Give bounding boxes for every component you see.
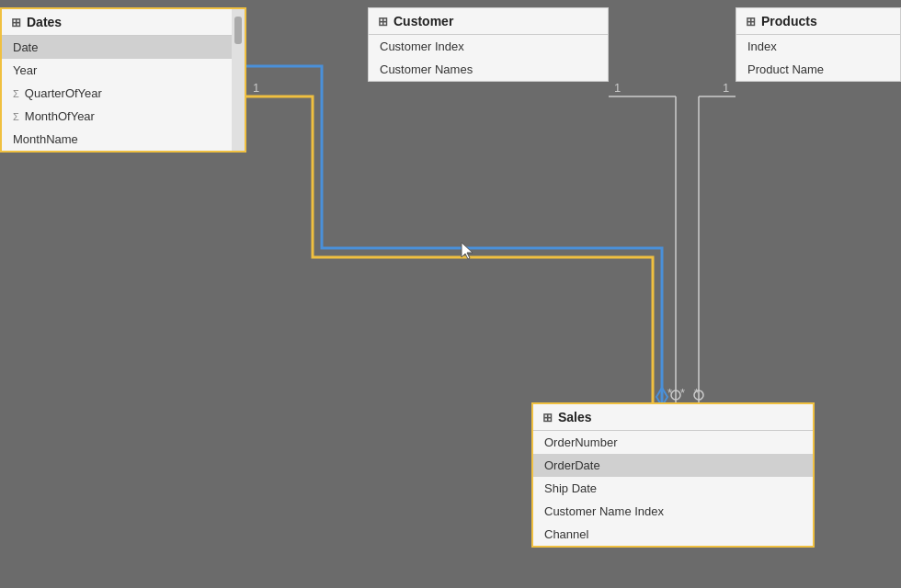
svg-point-6 xyxy=(694,390,703,400)
svg-text:*: * xyxy=(667,386,672,400)
dates-scrollbar[interactable] xyxy=(232,9,245,151)
dates-year-label: Year xyxy=(13,63,37,77)
sales-table-card: ⊞ Sales OrderNumber OrderDate Ship Date … xyxy=(531,402,815,548)
sales-table-title: Sales xyxy=(558,410,592,424)
products-table-icon: ⊞ xyxy=(746,15,756,28)
dates-row-year[interactable]: Year xyxy=(2,59,245,82)
cursor xyxy=(460,241,476,265)
dates-monthofyear-label: MonthOfYear xyxy=(25,109,95,123)
sigma-icon-1: Σ xyxy=(13,88,19,99)
products-row-name[interactable]: Product Name xyxy=(736,58,900,81)
dates-row-date[interactable]: Date xyxy=(2,36,245,59)
dates-date-label: Date xyxy=(13,40,38,54)
sales-table-body: OrderNumber OrderDate Ship Date Customer… xyxy=(533,431,813,546)
customer-row-index[interactable]: Customer Index xyxy=(369,35,608,58)
customer-index-label: Customer Index xyxy=(380,40,464,53)
sales-row-shipdate[interactable]: Ship Date xyxy=(533,477,813,500)
sales-table-icon: ⊞ xyxy=(542,411,553,424)
sigma-icon-2: Σ xyxy=(13,111,19,122)
sales-row-customernameindex[interactable]: Customer Name Index xyxy=(533,500,813,523)
customer-table-body: Customer Index Customer Names xyxy=(369,35,608,81)
dates-row-quarterofyear[interactable]: Σ QuarterOfYear xyxy=(2,82,245,105)
customer-table-title: Customer xyxy=(393,14,453,28)
sales-customernameindex-label: Customer Name Index xyxy=(544,504,664,518)
svg-text:*: * xyxy=(680,386,685,400)
products-table-header: ⊞ Products xyxy=(736,8,900,35)
sales-table-header: ⊞ Sales xyxy=(533,404,813,431)
sales-row-ordernumber[interactable]: OrderNumber xyxy=(533,431,813,454)
svg-text:*: * xyxy=(694,386,699,400)
sales-channel-label: Channel xyxy=(544,527,588,541)
customer-table-header: ⊞ Customer xyxy=(369,8,608,35)
customer-table-card: ⊞ Customer Customer Index Customer Names xyxy=(368,7,609,82)
svg-text:1: 1 xyxy=(723,81,729,95)
dates-monthname-label: MonthName xyxy=(13,132,78,146)
products-table-card: ⊞ Products Index Product Name xyxy=(736,7,901,82)
products-table-body: Index Product Name xyxy=(736,35,900,81)
products-table-title: Products xyxy=(761,14,817,28)
customer-names-label: Customer Names xyxy=(380,62,473,76)
dates-table-card: ⊞ Dates Date Year Σ QuarterOfYear Σ Mont… xyxy=(0,7,246,153)
svg-text:1: 1 xyxy=(253,81,259,95)
customer-table-icon: ⊞ xyxy=(378,15,388,28)
dates-table-body: Date Year Σ QuarterOfYear Σ MonthOfYear … xyxy=(2,36,245,151)
sales-shipdate-label: Ship Date xyxy=(544,481,597,495)
dates-table-title: Dates xyxy=(27,15,62,29)
dates-row-monthname[interactable]: MonthName xyxy=(2,128,245,151)
sales-row-orderdate[interactable]: OrderDate xyxy=(533,454,813,477)
customer-row-names[interactable]: Customer Names xyxy=(369,58,608,81)
sales-ordernumber-label: OrderNumber xyxy=(544,435,617,449)
products-row-index[interactable]: Index xyxy=(736,35,900,58)
dates-table-header: ⊞ Dates xyxy=(2,9,245,36)
dates-scrollbar-thumb xyxy=(234,17,242,44)
dates-quarterofyear-label: QuarterOfYear xyxy=(25,86,102,100)
dates-row-monthofyear[interactable]: Σ MonthOfYear xyxy=(2,105,245,128)
sales-row-channel[interactable]: Channel xyxy=(533,523,813,546)
dates-table-icon: ⊞ xyxy=(11,16,21,29)
svg-point-5 xyxy=(671,390,680,400)
products-name-label: Product Name xyxy=(747,62,824,76)
products-index-label: Index xyxy=(747,40,777,53)
svg-text:1: 1 xyxy=(614,81,621,95)
sales-orderdate-label: OrderDate xyxy=(544,458,600,472)
